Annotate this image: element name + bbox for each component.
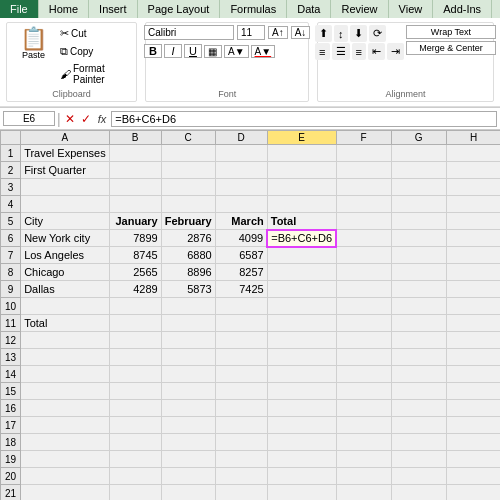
cell-H2[interactable] — [446, 162, 500, 179]
italic-button[interactable]: I — [164, 44, 182, 58]
cancel-formula-button[interactable]: ✕ — [63, 112, 77, 126]
cut-button[interactable]: ✂ Cut — [56, 25, 130, 42]
cell-H21[interactable] — [446, 485, 500, 501]
cell-H20[interactable] — [446, 468, 500, 485]
cell-F10[interactable] — [336, 298, 391, 315]
row-header-5[interactable]: 5 — [1, 213, 21, 230]
cell-B15[interactable] — [109, 383, 161, 400]
tab-view[interactable]: View — [389, 0, 434, 18]
cell-H9[interactable] — [446, 281, 500, 298]
cell-A10[interactable] — [21, 298, 110, 315]
cell-E2[interactable] — [267, 162, 336, 179]
col-header-a[interactable]: A — [21, 131, 110, 145]
cell-D3[interactable] — [215, 179, 267, 196]
col-header-f[interactable]: F — [336, 131, 391, 145]
cell-G8[interactable] — [391, 264, 446, 281]
cell-E11[interactable] — [267, 315, 336, 332]
row-header-10[interactable]: 10 — [1, 298, 21, 315]
row-header-2[interactable]: 2 — [1, 162, 21, 179]
cell-A15[interactable] — [21, 383, 110, 400]
cell-A20[interactable] — [21, 468, 110, 485]
cell-D12[interactable] — [215, 332, 267, 349]
col-header-b[interactable]: B — [109, 131, 161, 145]
cell-B19[interactable] — [109, 451, 161, 468]
shrink-font-button[interactable]: A↓ — [291, 26, 311, 39]
cell-H18[interactable] — [446, 434, 500, 451]
cell-D16[interactable] — [215, 400, 267, 417]
cell-D17[interactable] — [215, 417, 267, 434]
cell-C17[interactable] — [161, 417, 215, 434]
row-header-21[interactable]: 21 — [1, 485, 21, 501]
cell-C8[interactable]: 8896 — [161, 264, 215, 281]
tab-insert[interactable]: Insert — [89, 0, 138, 18]
cell-G4[interactable] — [391, 196, 446, 213]
cell-H10[interactable] — [446, 298, 500, 315]
cell-E4[interactable] — [267, 196, 336, 213]
cell-F7[interactable] — [336, 247, 391, 264]
cell-A3[interactable] — [21, 179, 110, 196]
cell-G17[interactable] — [391, 417, 446, 434]
cell-H11[interactable] — [446, 315, 500, 332]
cell-D15[interactable] — [215, 383, 267, 400]
cell-A4[interactable] — [21, 196, 110, 213]
cell-A13[interactable] — [21, 349, 110, 366]
row-header-11[interactable]: 11 — [1, 315, 21, 332]
cell-A5[interactable]: City — [21, 213, 110, 230]
cell-H3[interactable] — [446, 179, 500, 196]
merge-center-button[interactable]: Merge & Center — [406, 41, 496, 55]
cell-E5[interactable]: Total — [267, 213, 336, 230]
cell-F11[interactable] — [336, 315, 391, 332]
row-header-14[interactable]: 14 — [1, 366, 21, 383]
cell-E12[interactable] — [267, 332, 336, 349]
cell-B2[interactable] — [109, 162, 161, 179]
cell-F2[interactable] — [336, 162, 391, 179]
cell-G7[interactable] — [391, 247, 446, 264]
cell-A16[interactable] — [21, 400, 110, 417]
tab-file[interactable]: File — [0, 0, 39, 18]
cell-A18[interactable] — [21, 434, 110, 451]
cell-G2[interactable] — [391, 162, 446, 179]
font-size-input[interactable] — [237, 25, 265, 40]
cell-D7[interactable]: 6587 — [215, 247, 267, 264]
cell-D6[interactable]: 4099 — [215, 230, 267, 247]
cell-F14[interactable] — [336, 366, 391, 383]
format-painter-button[interactable]: 🖌 Format Painter — [56, 61, 130, 87]
cell-E1[interactable] — [267, 145, 336, 162]
cell-B5[interactable]: January — [109, 213, 161, 230]
cell-G1[interactable] — [391, 145, 446, 162]
indent-increase-button[interactable]: ⇥ — [387, 43, 404, 60]
cell-G11[interactable] — [391, 315, 446, 332]
cell-G19[interactable] — [391, 451, 446, 468]
cell-D19[interactable] — [215, 451, 267, 468]
cell-A7[interactable]: Los Angeles — [21, 247, 110, 264]
cell-C12[interactable] — [161, 332, 215, 349]
cell-F12[interactable] — [336, 332, 391, 349]
cell-B1[interactable] — [109, 145, 161, 162]
tab-data[interactable]: Data — [287, 0, 331, 18]
cell-C2[interactable] — [161, 162, 215, 179]
cell-F15[interactable] — [336, 383, 391, 400]
cell-E13[interactable] — [267, 349, 336, 366]
cell-C20[interactable] — [161, 468, 215, 485]
cell-C6[interactable]: 2876 — [161, 230, 215, 247]
cell-C5[interactable]: February — [161, 213, 215, 230]
cell-B13[interactable] — [109, 349, 161, 366]
align-right-button[interactable]: ≡ — [352, 43, 366, 60]
cell-H16[interactable] — [446, 400, 500, 417]
cell-A17[interactable] — [21, 417, 110, 434]
text-orientation-button[interactable]: ⟳ — [369, 25, 386, 42]
cell-C18[interactable] — [161, 434, 215, 451]
border-button[interactable]: ▦ — [204, 45, 222, 58]
col-header-e[interactable]: E — [267, 131, 336, 145]
paste-button[interactable]: 📋 Paste — [13, 25, 54, 63]
cell-H15[interactable] — [446, 383, 500, 400]
copy-button[interactable]: ⧉ Copy — [56, 43, 130, 60]
cell-G14[interactable] — [391, 366, 446, 383]
cell-C19[interactable] — [161, 451, 215, 468]
cell-E9[interactable] — [267, 281, 336, 298]
cell-H6[interactable] — [446, 230, 500, 247]
cell-E6[interactable]: =B6+C6+D6 — [267, 230, 336, 247]
cell-C3[interactable] — [161, 179, 215, 196]
cell-A14[interactable] — [21, 366, 110, 383]
cell-F21[interactable] — [336, 485, 391, 501]
